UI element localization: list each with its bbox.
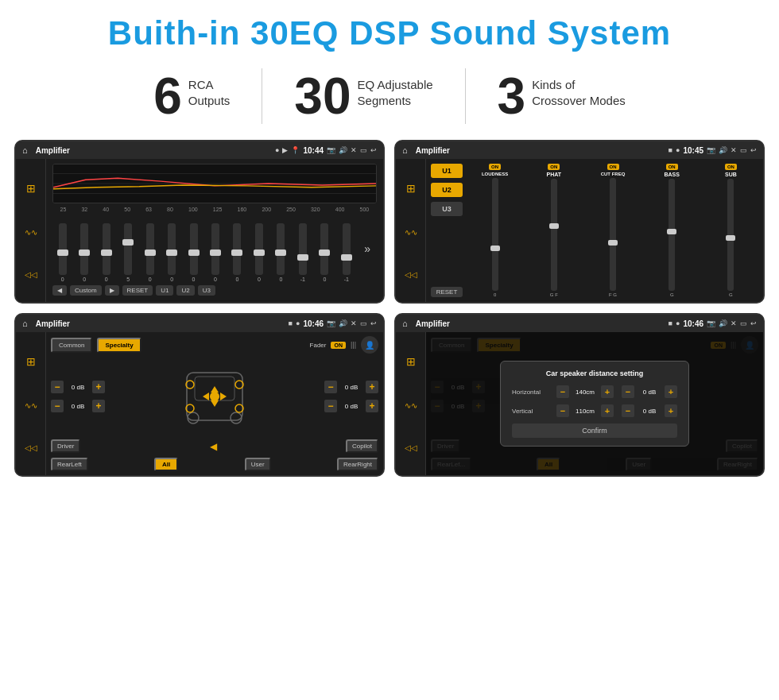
amp3-bottom: Driver ◀ Copilot — [51, 439, 378, 453]
next-btn-1[interactable]: ▶ — [105, 285, 119, 296]
eq-sliders-1: 0 0 0 5 0 — [52, 215, 377, 282]
spk-minus-tl[interactable]: − — [51, 381, 64, 393]
spk-row-br: − 0 dB + — [324, 400, 378, 412]
preset-u1[interactable]: U1 — [431, 164, 463, 178]
ch-on-sub: ON — [725, 164, 737, 170]
ch-loudness: ON LOUDNESS 0 — [467, 164, 522, 297]
custom-btn-1[interactable]: Custom — [70, 285, 102, 296]
home-icon-2[interactable]: ⌂ — [402, 145, 408, 155]
ch-val-loudness: 0 — [494, 292, 496, 297]
eq-icon-2[interactable]: ⊞ — [406, 182, 416, 195]
common-tab-3[interactable]: Common — [51, 338, 92, 353]
play-icon-1: ▶ — [282, 146, 288, 154]
speaker-area-3: − 0 dB + − 0 dB + — [51, 357, 378, 436]
ch-slider-bass[interactable] — [669, 179, 675, 291]
ch-on-loudness: ON — [489, 164, 501, 170]
dialog-v-right: − 0 dB + — [622, 404, 677, 417]
h-plus-r[interactable]: + — [665, 385, 677, 398]
back-icon-2[interactable]: ↩ — [750, 146, 757, 154]
eq-icon-3[interactable]: ⊞ — [26, 355, 36, 368]
home-icon-3[interactable]: ⌂ — [22, 319, 28, 328]
wave-icon-3[interactable]: ∿∿ — [25, 401, 37, 410]
prev-btn-1[interactable]: ◀ — [52, 285, 67, 296]
x-icon-3[interactable]: ✕ — [351, 319, 357, 327]
specialty-tab-3[interactable]: Specialty — [97, 338, 141, 353]
u3-btn-1[interactable]: U3 — [198, 285, 215, 296]
ch-val-cutfreq: F G — [609, 292, 617, 297]
preset-u2[interactable]: U2 — [431, 183, 463, 197]
speaker-icon-3[interactable]: ◁◁ — [25, 443, 37, 452]
ch-slider-loudness[interactable] — [492, 178, 498, 291]
horizontal-minus-btn[interactable]: − — [556, 385, 569, 398]
driver-btn-3[interactable]: Driver — [51, 439, 80, 453]
vertical-minus-btn[interactable]: − — [556, 404, 569, 417]
preset-u3[interactable]: U3 — [431, 202, 463, 216]
v-plus-r[interactable]: + — [665, 404, 677, 417]
back-icon-1[interactable]: ↩ — [370, 146, 377, 154]
car-diagram-3 — [110, 361, 320, 432]
wave-icon-1[interactable]: ∿∿ — [25, 228, 37, 237]
rearright-btn-3[interactable]: RearRight — [337, 458, 378, 471]
u1-btn-1[interactable]: U1 — [156, 285, 173, 296]
screen1-content: ⊞ ∿∿ ◁◁ — [16, 159, 383, 302]
arrow-left-3[interactable]: ◀ — [210, 441, 217, 452]
rect-icon-4[interactable]: ▭ — [740, 319, 747, 327]
expand-icon-1[interactable]: » — [364, 242, 370, 255]
ch-val-phat: G F — [550, 292, 558, 297]
svg-point-7 — [231, 412, 242, 423]
spk-val-tr: 0 dB — [340, 384, 362, 391]
dot-icon-3: ● — [296, 319, 300, 327]
all-btn-3[interactable]: All — [154, 458, 178, 471]
status-icons-4: ■ ● 10:46 📷 🔊 ✕ ▭ ↩ — [669, 319, 757, 328]
spk-plus-bl[interactable]: + — [92, 400, 105, 412]
speaker-icon-4[interactable]: ◁◁ — [405, 443, 417, 452]
u2-btn-1[interactable]: U2 — [176, 285, 194, 296]
rect-icon-1[interactable]: ▭ — [360, 146, 367, 154]
screenshots-grid: ⌂ Amplifier ● ▶ 📍 10:44 📷 🔊 ✕ ▭ ↩ ⊞ ∿∿ ◁… — [0, 135, 779, 485]
spk-plus-tl[interactable]: + — [92, 381, 105, 393]
speaker-icon-1[interactable]: ◁◁ — [25, 270, 37, 279]
x-icon-4[interactable]: ✕ — [731, 319, 737, 327]
x-icon-2[interactable]: ✕ — [731, 146, 737, 154]
wave-icon-2[interactable]: ∿∿ — [405, 228, 417, 237]
x-icon-1[interactable]: ✕ — [351, 146, 357, 154]
ch-phat: ON PHAT G F — [526, 164, 581, 297]
spk-plus-br[interactable]: + — [366, 400, 378, 412]
spk-plus-tr[interactable]: + — [366, 381, 378, 393]
eq-icon-4[interactable]: ⊞ — [406, 355, 416, 368]
rect-icon-2[interactable]: ▭ — [740, 146, 747, 154]
speaker-icon-2[interactable]: ◁◁ — [405, 270, 417, 279]
person-icon-3[interactable]: 👤 — [361, 336, 378, 354]
spk-minus-br[interactable]: − — [324, 400, 337, 412]
vol-icon-2: 🔊 — [719, 146, 727, 154]
ch-slider-cutfreq[interactable] — [610, 178, 616, 291]
square-icon-4: ■ — [669, 319, 672, 327]
left-controls-3: − 0 dB + − 0 dB + — [51, 381, 105, 412]
cam-icon-1: 📷 — [327, 146, 335, 154]
spk-row-tr: − 0 dB + — [324, 381, 378, 393]
back-icon-3[interactable]: ↩ — [370, 319, 377, 327]
reset-btn-2[interactable]: RESET — [431, 287, 463, 297]
ch-slider-sub[interactable] — [727, 179, 734, 291]
spk-minus-tr[interactable]: − — [324, 381, 337, 393]
home-icon-4[interactable]: ⌂ — [402, 319, 408, 328]
slider-4: 5 — [124, 223, 132, 282]
wave-icon-4[interactable]: ∿∿ — [405, 401, 417, 410]
h-minus-r[interactable]: − — [622, 385, 634, 398]
reset-btn-1[interactable]: RESET — [122, 285, 153, 296]
home-icon-1[interactable]: ⌂ — [22, 145, 28, 155]
ch-slider-phat[interactable] — [551, 179, 557, 291]
rect-icon-3[interactable]: ▭ — [360, 319, 367, 327]
horizontal-plus-btn[interactable]: + — [601, 385, 614, 398]
back-icon-4[interactable]: ↩ — [750, 319, 757, 327]
time-4: 10:46 — [683, 319, 703, 328]
spk-minus-bl[interactable]: − — [51, 400, 64, 412]
copilot-btn-3[interactable]: Copilot — [346, 439, 378, 453]
v-minus-r[interactable]: − — [622, 404, 634, 417]
eq-icon-1[interactable]: ⊞ — [26, 182, 36, 195]
user-btn-3[interactable]: User — [245, 458, 271, 471]
confirm-btn[interactable]: Confirm — [512, 423, 677, 438]
rearleft-btn-3[interactable]: RearLeft — [51, 458, 88, 471]
amp3-main: Common Specialty Fader ON ||| 👤 − — [46, 332, 383, 475]
vertical-plus-btn[interactable]: + — [601, 404, 614, 417]
